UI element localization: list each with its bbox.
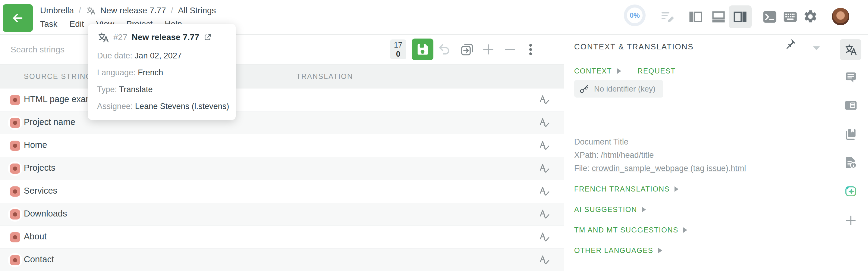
right-icon-sidebar	[833, 34, 868, 271]
keyboard-shortcuts-icon[interactable]	[782, 9, 798, 25]
counter-top: 17	[394, 40, 402, 49]
sidebar-add-icon[interactable]	[833, 214, 868, 227]
triangle-right-icon	[675, 187, 678, 192]
translate-task-icon	[97, 31, 109, 43]
section-ai-suggestion[interactable]: AI SUGGESTION	[574, 205, 646, 214]
triangle-right-icon	[642, 207, 646, 212]
table-row[interactable]: Services	[0, 180, 564, 203]
task-title[interactable]: New release 7.77	[132, 33, 199, 42]
table-row[interactable]: Contact	[0, 249, 564, 271]
chevron-down-icon[interactable]	[813, 46, 820, 50]
strings-panel: 17 0 SOURCE STRING TRANSLATION HTML page…	[0, 34, 564, 271]
sidebar-ai-icon[interactable]	[833, 184, 868, 198]
translate-action-icon[interactable]	[538, 94, 551, 106]
back-button[interactable]	[3, 4, 33, 32]
untranslated-status-icon	[10, 118, 20, 128]
panel-title: CONTEXT & TRANSLATIONS	[574, 42, 694, 52]
untranslated-status-icon	[10, 95, 20, 105]
untranslated-status-icon	[10, 187, 20, 197]
context-file-line: File: crowdin_sample_webpage (tag issue)…	[574, 164, 746, 173]
sidebar-comments-icon[interactable]	[833, 71, 868, 84]
translate-action-icon[interactable]	[538, 116, 551, 129]
table-row[interactable]: Downloads	[0, 203, 564, 226]
triangle-right-icon	[683, 227, 687, 233]
layout-bottom-panel-icon[interactable]	[711, 9, 726, 25]
crowdin-editor: Umbrella / New release 7.77 / All String…	[0, 0, 868, 271]
untranslated-status-icon	[10, 164, 20, 174]
sidebar-translations-tab[interactable]	[840, 39, 861, 60]
translate-action-icon[interactable]	[538, 139, 551, 152]
context-tab[interactable]: CONTEXT	[574, 67, 612, 75]
context-translations-panel: CONTEXT & TRANSLATIONS CONTEXT REQUEST N…	[564, 34, 833, 271]
layout-right-panel-icon	[733, 9, 748, 25]
zoom-out-button[interactable]	[503, 43, 517, 56]
strings-table-header: SOURCE STRING TRANSLATION	[0, 64, 564, 89]
progress-percent: 0%	[629, 11, 640, 20]
copy-source-button[interactable]	[459, 41, 475, 57]
table-row[interactable]: Project name	[0, 111, 564, 134]
context-document-title: Document Title	[574, 137, 628, 147]
sidebar-context-card-icon[interactable]	[833, 98, 868, 112]
source-string-text: About	[24, 232, 47, 241]
sidebar-glossary-icon[interactable]	[833, 128, 868, 141]
search-toolbar: 17 0	[0, 34, 564, 64]
translate-task-icon	[86, 6, 96, 15]
task-type: Type: Translate	[97, 85, 153, 94]
file-link[interactable]: crowdin_sample_webpage (tag issue).html	[592, 164, 746, 173]
external-link-icon[interactable]	[204, 33, 212, 41]
context-xpath: XPath: /html/head/title	[574, 150, 654, 160]
source-string-text: Projects	[24, 163, 56, 173]
table-row[interactable]: Home	[0, 134, 564, 157]
table-row[interactable]: About	[0, 226, 564, 249]
undo-button[interactable]	[438, 42, 452, 57]
task-assignee: Assignee: Leane Stevens (l.stevens)	[97, 102, 229, 111]
breadcrumb: Umbrella / New release 7.77 / All String…	[40, 5, 216, 16]
task-id: #27	[113, 33, 127, 42]
breadcrumb-project[interactable]: Umbrella	[40, 6, 74, 15]
task-due-date: Due date: Jan 02, 2027	[97, 51, 182, 61]
more-options-kebab[interactable]	[527, 41, 534, 58]
translation-progress-ring[interactable]: 0%	[624, 4, 646, 26]
translate-action-icon[interactable]	[538, 185, 551, 198]
source-string-text: Services	[24, 186, 57, 196]
strings-counter-badge: 17 0	[390, 39, 406, 59]
source-string-text: Home	[24, 140, 47, 150]
user-avatar[interactable]	[832, 8, 849, 25]
translate-action-icon[interactable]	[538, 231, 551, 244]
source-string-text: Contact	[24, 255, 54, 264]
menu-task[interactable]: Task	[40, 19, 58, 29]
breadcrumb-task[interactable]: New release 7.77	[100, 6, 166, 15]
menu-edit[interactable]: Edit	[70, 19, 84, 29]
source-string-header: SOURCE STRING	[24, 72, 92, 81]
section-tm-mt-suggestions[interactable]: TM AND MT SUGGESTIONS	[574, 226, 687, 234]
request-context-link[interactable]: REQUEST	[638, 67, 676, 75]
identifier-key-badge[interactable]: No identifier (key)	[574, 80, 663, 98]
task-language: Language: French	[97, 68, 163, 77]
file-label: File:	[574, 164, 590, 173]
translate-icon	[844, 43, 857, 56]
console-icon[interactable]	[762, 9, 778, 25]
draft-edit-icon[interactable]	[660, 9, 676, 25]
translate-action-icon[interactable]	[538, 254, 551, 267]
section-french-translations[interactable]: FRENCH TRANSLATIONS	[574, 185, 678, 193]
table-row[interactable]: Projects	[0, 157, 564, 180]
save-button[interactable]	[412, 38, 433, 60]
triangle-right-icon	[658, 248, 662, 253]
section-other-languages[interactable]: OTHER LANGUAGES	[574, 246, 662, 255]
untranslated-status-icon	[10, 232, 20, 242]
settings-gear-icon[interactable]	[803, 9, 818, 24]
table-row[interactable]: HTML page example	[0, 89, 564, 111]
untranslated-status-icon	[10, 141, 20, 151]
pin-icon[interactable]	[784, 38, 796, 52]
layout-right-panel-toggle[interactable]	[729, 5, 752, 28]
zoom-in-button[interactable]	[482, 43, 495, 56]
untranslated-status-icon	[10, 255, 20, 265]
layout-left-panel-icon[interactable]	[688, 9, 704, 25]
sidebar-file-info-icon[interactable]	[833, 156, 868, 169]
breadcrumb-separator: /	[79, 6, 81, 15]
key-icon	[579, 83, 590, 94]
translate-action-icon[interactable]	[538, 162, 551, 175]
untranslated-status-icon	[10, 209, 20, 219]
breadcrumb-strings-view[interactable]: All Strings	[178, 6, 216, 15]
translate-action-icon[interactable]	[538, 208, 551, 221]
